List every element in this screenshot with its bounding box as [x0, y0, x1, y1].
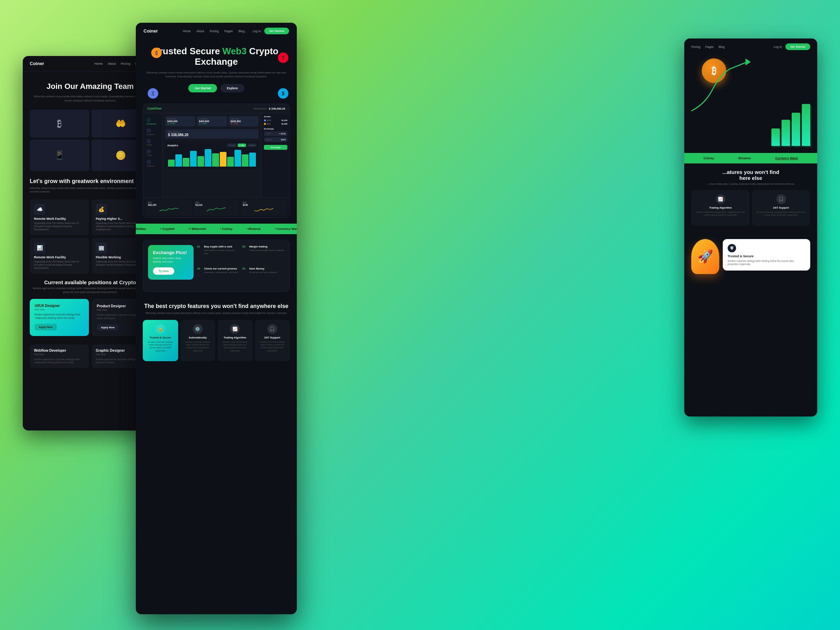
right-login[interactable]: Log In	[774, 45, 782, 49]
left-nav-home[interactable]: Home	[94, 62, 103, 65]
left-nav-about[interactable]: About	[107, 62, 116, 65]
apply-uiux-button[interactable]: Apply Now	[35, 324, 57, 330]
image-crypto-coins	[30, 109, 89, 137]
hero-title-line1: Trusted Secure Web3 Crypto	[154, 46, 279, 56]
right-features-title: ...atures you won't findhere else	[691, 169, 810, 181]
dashboard-logo: CoinFlow	[147, 107, 162, 110]
center-nav-blog[interactable]: Blog...	[238, 29, 247, 33]
btc-name: BTC	[267, 123, 271, 125]
asset-eth: ETH $1,024	[264, 119, 287, 122]
features-subtitle: Efficiently unleash cross-media informat…	[143, 311, 290, 315]
dashboard-mockup: CoinFlow Total Balance $ 338,086.20 Dash…	[143, 104, 290, 218]
tab-1d[interactable]: 1 day	[238, 144, 246, 147]
exchange-section: Exchange 1 ETH = 10.25 Amount 100.8 Exch…	[264, 128, 287, 150]
right-feature-support: 🎧 24/7 Support Iterative corporate strat…	[752, 190, 810, 226]
feature-algo-title: Trading Algorithm	[220, 336, 250, 339]
center-nav-about[interactable]: About	[196, 29, 204, 33]
stat-btc-value: $400,900	[167, 120, 193, 123]
chart-area	[167, 149, 257, 167]
center-nav-pages[interactable]: Pages	[224, 29, 233, 33]
right-support-desc: Iterative corporate strategy faster thin…	[755, 211, 807, 217]
features-title: The best crypto features you won't find …	[143, 303, 290, 309]
left-nav-pricing[interactable]: Pricing	[121, 62, 131, 65]
job-webflow-title: Webflow Developer	[34, 349, 85, 352]
bar-11	[242, 154, 248, 167]
btc-value: $1,908	[281, 123, 287, 125]
center-nav-home[interactable]: Home	[183, 29, 191, 33]
brand-bittorrent: •• Bittorrent	[189, 227, 206, 231]
asset-btc: BTC $1,908	[264, 123, 287, 125]
ep-feature-3-content: Check our current promos Giveaways, comp…	[204, 267, 238, 274]
features-cards-grid: 🔒 Trusted & Secure Iterative corporate s…	[143, 320, 290, 362]
explore-button[interactable]: Explore	[221, 84, 244, 92]
analytics-section: Analytics 4 hours 1 day 1 week	[165, 141, 259, 169]
exchange-row-1: 1 ETH = 10.25	[264, 131, 287, 136]
center-card: Coiner Home About Pricing Pages Blog... …	[136, 23, 297, 614]
stat-eth: ETH/USD $400,900 ▲ +1.8%	[197, 116, 227, 126]
brand-binance: • Binance	[246, 227, 261, 231]
right-algo-desc: Iterative corporate strategy faster thin…	[694, 211, 747, 217]
trusted-icon: 🔒	[155, 324, 165, 334]
stat-xrp: XRP/USD $200,900 ▼ -0.5%	[229, 116, 259, 126]
center-logo: Coiner	[144, 28, 158, 33]
feature-trusted: 🔒 Trusted & Secure Iterative corporate s…	[143, 320, 178, 362]
eth-mini-chart	[195, 206, 237, 212]
tab-1w[interactable]: 1 week	[247, 144, 257, 147]
right-nav-blog[interactable]: Blog	[718, 45, 725, 49]
feature-support-desc: Iterative corporate strategy faster thin…	[257, 341, 287, 352]
job-uiux: UI/UX Designer Full Time Iterative appro…	[30, 299, 89, 336]
right-get-started[interactable]: Get Started	[785, 43, 810, 50]
right-feature-cards: 📈 Trading Algorithm Iterative corporate …	[691, 190, 810, 226]
bar-3d-3	[792, 113, 800, 146]
feature-auto-desc: Iterative corporate strategy faster thin…	[183, 341, 213, 352]
feature-trusted-desc: Iterative corporate strategy faster thin…	[145, 341, 175, 352]
ep-feature-4-title: Save Money	[249, 267, 277, 270]
ep-num-4: 04	[242, 267, 247, 270]
center-login[interactable]: Log In	[253, 29, 261, 33]
center-get-started[interactable]: Get Started	[264, 28, 289, 34]
brand-currencywave: • Currency Wave	[275, 227, 297, 231]
exchange-button[interactable]: Exchange	[264, 145, 287, 150]
stat-eth-change: ▲ +1.8%	[199, 123, 225, 125]
brand-crypton: • CryptoN	[160, 227, 175, 231]
hero-buttons: Get Started Explore	[146, 84, 286, 92]
ep-feature-1-desc: Own crypto in minutes using your card	[204, 249, 239, 255]
right-nav-pricing[interactable]: Pricing	[691, 45, 700, 49]
right-brand-binance: Binance	[739, 156, 751, 160]
sidebar-analytics[interactable]: Analytics	[143, 127, 162, 137]
right-nav: Pricing Pages Blog Log In Get Started	[684, 38, 817, 55]
tab-4h[interactable]: 4 hours	[227, 144, 237, 147]
right-support-title: 24/7 Support	[755, 206, 807, 209]
chart-arrow-svg	[684, 55, 754, 118]
bar-12	[249, 153, 256, 167]
bar-6	[205, 149, 212, 167]
center-nav-pricing[interactable]: Pricing	[210, 29, 219, 33]
ep-num-1: 01	[197, 245, 202, 248]
left-hero-subtitle: Efficiently unleash cross-media informat…	[30, 95, 150, 103]
ep-feature-2-title: Margin trading	[249, 245, 284, 248]
dashboard-header: CoinFlow Total Balance $ 338,086.20	[143, 104, 289, 114]
sidebar-wallet[interactable]: Wallet	[143, 137, 162, 148]
sidebar-dashboard[interactable]: Dashboard	[143, 116, 162, 127]
sidebar-trade[interactable]: Trade	[143, 148, 162, 158]
bar-4	[190, 151, 197, 167]
bar-3d-4	[802, 104, 810, 146]
flexible-icon: 🏢	[96, 242, 107, 253]
ep-feature-1: 01 Buy crypto with a card Own crypto in …	[197, 245, 239, 264]
feature-extra1-desc: Organically Grow The Holistic World View…	[34, 260, 85, 270]
get-started-hero-button[interactable]: Get Started	[188, 84, 217, 92]
right-nav-pages[interactable]: Pages	[705, 45, 714, 49]
right-support-icon: 🎧	[776, 194, 786, 204]
eth-dot	[264, 119, 266, 122]
auto-icon: ⚙️	[193, 324, 203, 334]
feature-extra1-title: Remote Work Facility	[34, 256, 85, 259]
sol-mini-chart	[243, 206, 284, 212]
job-webflow-type: Full Time	[34, 353, 85, 355]
try-now-button[interactable]: Try Now	[153, 267, 174, 275]
ep-feature-2: 02 Margin trading Trade with leverage th…	[242, 245, 284, 264]
assets-title: Assets	[264, 115, 287, 118]
apply-product-button[interactable]: Apply Now	[97, 324, 119, 331]
sidebar-settings[interactable]: Settings	[143, 158, 162, 169]
trusted-secure-card: 🛡️ Trusted & Secure Iterative corporate …	[723, 239, 810, 270]
remote-icon: ☁️	[34, 204, 45, 215]
